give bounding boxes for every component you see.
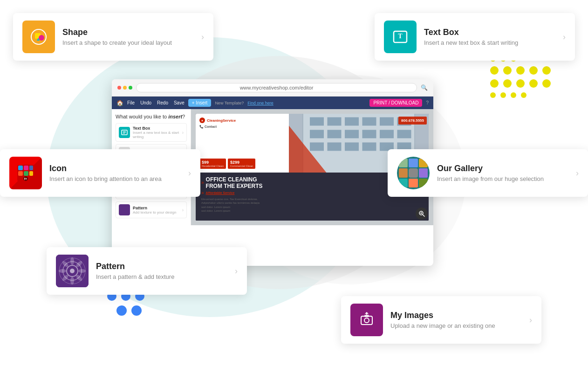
- svg-point-38: [39, 35, 44, 41]
- shape-card-arrow: ›: [201, 32, 204, 42]
- svg-rect-19: [310, 130, 324, 138]
- svg-rect-28: [362, 142, 376, 151]
- gallery-grid: [397, 157, 430, 189]
- svg-rect-24: [397, 130, 411, 138]
- sidebar-textbox-content: Text Box Insert a new text box & start w…: [133, 126, 179, 139]
- textbox-card-desc: Insert a new text box & start writing: [424, 39, 555, 46]
- svg-rect-15: [345, 117, 359, 125]
- svg-point-62: [59, 269, 66, 273]
- save-button[interactable]: Save: [174, 100, 185, 105]
- ad-headline-2: From The Experts: [206, 183, 263, 189]
- svg-rect-20: [328, 130, 342, 138]
- shape-card[interactable]: Shape Insert a shape to create your idea…: [13, 13, 213, 61]
- ad-logo-area: ▲ CleaningService: [199, 118, 285, 123]
- svg-rect-23: [380, 130, 394, 138]
- svg-rect-44: [24, 166, 28, 170]
- svg-line-33: [423, 215, 425, 217]
- shape-card-title: Shape: [62, 28, 194, 37]
- svg-rect-47: [24, 171, 28, 176]
- gallery-card-content: Our Gallery Insert an image from our hug…: [437, 164, 568, 182]
- myimages-card-content: My Images Upload a new image or an exist…: [390, 311, 522, 329]
- gallery-card-title: Our Gallery: [437, 164, 568, 173]
- shape-card-desc: Insert a shape to create your ideal layo…: [62, 39, 194, 46]
- svg-rect-21: [345, 130, 359, 138]
- sidebar-question: What would you like to insert?: [116, 114, 187, 119]
- file-menu[interactable]: File: [127, 100, 135, 105]
- pattern-card-desc: Insert a pattern & add texture: [96, 273, 227, 280]
- home-icon: 🏠: [116, 100, 123, 106]
- undo-button[interactable]: Undo: [140, 100, 151, 105]
- textbox-card-content: Text Box Insert a new text box & start w…: [424, 28, 555, 46]
- icon-card-icon: f+: [9, 157, 42, 189]
- maximize-dot: [129, 86, 132, 90]
- svg-rect-22: [362, 130, 376, 138]
- print-download-button[interactable]: PRINT / DOWNLOAD: [369, 99, 422, 107]
- textbox-card-icon: T: [384, 21, 417, 53]
- shape-card-content: Shape Insert a shape to create your idea…: [62, 28, 194, 46]
- find-here-link[interactable]: Find one here: [247, 101, 273, 105]
- toolbar-nav: File Undo Redo Save: [127, 100, 185, 105]
- ad-subtitle: Affordable Service: [206, 191, 235, 194]
- svg-rect-48: [29, 171, 33, 176]
- svg-rect-14: [328, 117, 342, 125]
- svg-point-58: [78, 269, 86, 273]
- price-2: $299 Commercial Clean: [228, 159, 255, 169]
- browser-address-bar: www.mycreativeshop.com/editor 🔍: [112, 79, 433, 97]
- ad-prices: $99 Residential Clean $299 Commercial Cl…: [199, 159, 285, 169]
- icon-card-title: Icon: [49, 164, 181, 173]
- svg-rect-16: [362, 117, 376, 125]
- ad-logo-icon: ▲: [199, 118, 205, 123]
- redo-button[interactable]: Redo: [157, 100, 168, 105]
- sidebar-textbox-icon: [119, 127, 130, 138]
- icon-card[interactable]: f+ Icon Insert an icon to bring attentio…: [0, 149, 200, 197]
- textbox-card[interactable]: T Text Box Insert a new text box & start…: [375, 13, 575, 61]
- svg-rect-27: [345, 142, 359, 151]
- ad-left-panel: ▲ CleaningService 📞 Contact $99 Resident…: [196, 114, 289, 173]
- svg-point-55: [70, 269, 75, 273]
- pattern-card-title: Pattern: [96, 262, 227, 271]
- svg-rect-46: [18, 171, 23, 176]
- svg-rect-25: [310, 142, 324, 151]
- zoom-button[interactable]: [416, 208, 428, 220]
- minimize-dot: [123, 86, 127, 90]
- icon-card-content: Icon Insert an icon to bring attention t…: [49, 164, 181, 182]
- help-icon: ?: [426, 100, 429, 105]
- textbox-card-arrow: ›: [563, 32, 566, 42]
- ad-headline: Office Cleaning: [206, 176, 263, 183]
- gallery-card-icon: [397, 157, 430, 189]
- yellow-dots-decoration: [490, 56, 551, 103]
- myimages-card-title: My Images: [390, 311, 522, 320]
- svg-rect-43: [18, 166, 23, 170]
- icon-card-desc: Insert an icon to bring attention to an …: [49, 175, 181, 182]
- sidebar-textbox-arrow: ›: [182, 130, 184, 135]
- sidebar-item-textbox[interactable]: Text Box Insert a new text box & start w…: [116, 123, 187, 142]
- svg-rect-17: [380, 117, 394, 125]
- ad-logo-text: CleaningService: [207, 118, 236, 123]
- ad-contact: 📞 Contact: [199, 125, 285, 129]
- sidebar-item-pattern[interactable]: Pattern Add texture to your design ›: [116, 201, 187, 218]
- pattern-card[interactable]: Pattern Insert a pattern & add texture ›: [47, 247, 247, 295]
- myimages-card-arrow: ›: [529, 315, 532, 325]
- textbox-card-title: Text Box: [424, 28, 555, 37]
- svg-point-56: [70, 257, 74, 265]
- ad-body-text: Eleusmod quame cos. Tas Exercitust dolor…: [201, 197, 423, 213]
- myimages-card-icon: [350, 304, 383, 336]
- svg-text:f+: f+: [24, 177, 27, 180]
- close-dot: [117, 86, 121, 90]
- sidebar-pattern-arrow: ›: [182, 208, 184, 213]
- editor-toolbar: 🏠 File Undo Redo Save + Insert New Templ…: [112, 97, 433, 109]
- template-text: New Template?: [215, 101, 244, 105]
- myimages-card[interactable]: My Images Upload a new image or an exist…: [341, 296, 541, 344]
- url-bar[interactable]: www.mycreativeshop.com/editor: [136, 83, 417, 92]
- price-1: $99 Residential Clean: [199, 159, 226, 169]
- insert-button[interactable]: + Insert: [188, 99, 212, 107]
- myimages-card-desc: Upload a new image or an existing one: [390, 322, 522, 329]
- svg-rect-45: [29, 166, 33, 170]
- gallery-card[interactable]: Our Gallery Insert an image from our hug…: [388, 149, 588, 197]
- pattern-card-content: Pattern Insert a pattern & add texture: [96, 262, 227, 280]
- sidebar-pattern-icon: [119, 204, 130, 215]
- gallery-card-arrow: ›: [576, 168, 579, 178]
- shape-card-icon: [22, 21, 55, 53]
- svg-rect-26: [328, 142, 342, 151]
- svg-text:T: T: [398, 33, 403, 40]
